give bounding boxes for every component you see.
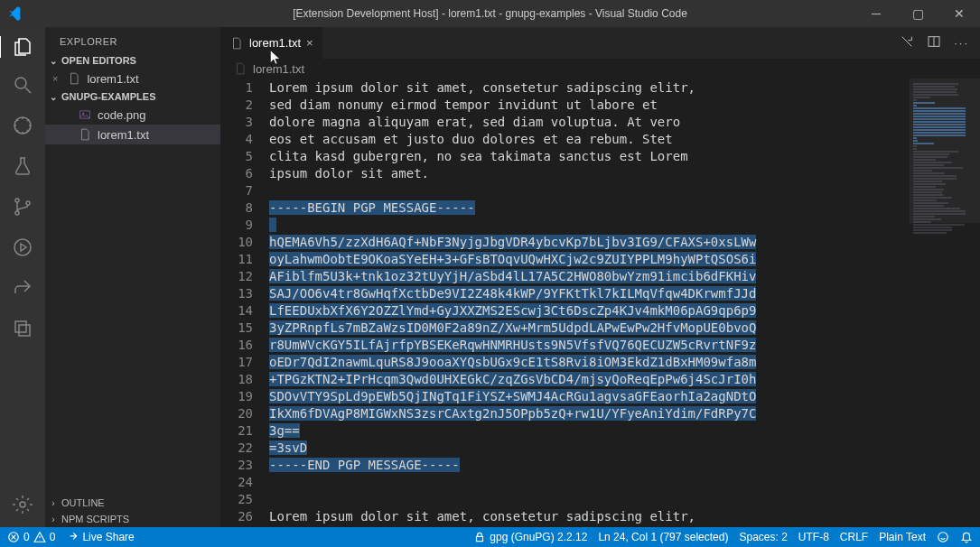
file-txt-icon xyxy=(78,127,92,142)
liveshare-label: Live Share xyxy=(82,531,134,543)
npm-scripts-header[interactable]: › NPM SCRIPTS xyxy=(45,511,220,527)
chevron-right-icon: › xyxy=(49,498,58,508)
title-bar: [Extension Development Host] - lorem1.tx… xyxy=(0,0,980,27)
status-language[interactable]: Plain Text xyxy=(879,531,926,543)
activity-run[interactable] xyxy=(12,236,33,261)
svg-rect-6 xyxy=(15,321,26,332)
branch-icon xyxy=(12,196,33,218)
svg-point-5 xyxy=(14,239,31,255)
activity-scm[interactable] xyxy=(12,196,33,220)
breadcrumb-file: lorem1.txt xyxy=(253,62,304,76)
spaces-label: Spaces: 2 xyxy=(739,531,787,543)
compare-changes-icon[interactable] xyxy=(900,34,914,51)
gpg-label: gpg (GnuPG) 2.2.12 xyxy=(490,531,587,543)
lock-icon xyxy=(473,531,486,543)
eol-label: CRLF xyxy=(840,531,868,543)
activity-explorer[interactable] xyxy=(0,36,44,58)
svg-point-0 xyxy=(15,78,26,88)
workspace-header[interactable]: ⌄ GNUPG-EXAMPLES xyxy=(45,88,220,105)
split-editor-icon[interactable] xyxy=(927,34,941,51)
file-txt-icon xyxy=(229,36,244,51)
activity-bar xyxy=(0,27,45,527)
status-encoding[interactable]: UTF-8 xyxy=(798,531,829,543)
chevron-down-icon: ⌄ xyxy=(49,56,58,66)
file-txt-icon xyxy=(67,71,81,86)
status-notifications[interactable] xyxy=(960,531,973,543)
svg-rect-7 xyxy=(19,325,30,336)
language-label: Plain Text xyxy=(879,531,926,543)
svg-point-2 xyxy=(15,199,19,202)
chevron-down-icon: ⌄ xyxy=(49,92,58,102)
open-editor-filename: lorem1.txt xyxy=(87,72,138,86)
liveshare-icon xyxy=(66,531,79,543)
status-liveshare[interactable]: Live Share xyxy=(66,531,134,543)
svg-point-4 xyxy=(26,201,30,205)
position-label: Ln 24, Col 1 (797 selected) xyxy=(598,531,728,543)
chevron-right-icon: › xyxy=(49,515,58,524)
activity-debug[interactable] xyxy=(12,115,33,139)
smiley-icon xyxy=(937,531,949,543)
error-count: 0 xyxy=(23,531,30,543)
status-position[interactable]: Ln 24, Col 1 (797 selected) xyxy=(598,531,728,543)
sidebar-title: EXPLORER xyxy=(45,27,220,52)
references-icon xyxy=(12,318,33,339)
search-icon xyxy=(12,74,33,96)
code-content[interactable]: Lorem ipsum dolor sit amet, consetetur s… xyxy=(266,79,980,527)
open-editors-header[interactable]: ⌄ OPEN EDITORS xyxy=(45,52,220,69)
npm-label: NPM SCRIPTS xyxy=(61,514,129,524)
vscode-icon xyxy=(9,5,25,22)
outline-label: OUTLINE xyxy=(61,497,105,508)
svg-rect-13 xyxy=(477,536,483,541)
activity-references[interactable] xyxy=(12,318,33,342)
minimap-viewport[interactable] xyxy=(910,79,980,223)
open-editor-item[interactable]: × lorem1.txt xyxy=(45,69,220,88)
status-bar: 0 0 Live Share gpg (GnuPG) 2.2.12 Ln 24,… xyxy=(0,527,980,547)
window-title: [Extension Development Host] - lorem1.tx… xyxy=(293,7,687,20)
file-txt-icon xyxy=(233,61,247,76)
share-icon xyxy=(12,277,33,299)
tab-label: lorem1.txt xyxy=(249,36,301,50)
close-icon[interactable]: × xyxy=(52,73,58,84)
file-item-lorem1-txt[interactable]: lorem1.txt xyxy=(45,125,220,144)
svg-point-14 xyxy=(938,533,948,542)
bell-icon xyxy=(960,531,973,543)
status-indentation[interactable]: Spaces: 2 xyxy=(739,531,787,543)
status-problems[interactable]: 0 0 xyxy=(7,531,55,543)
bug-icon xyxy=(12,115,33,136)
sidebar: EXPLORER ⌄ OPEN EDITORS × lorem1.txt ⌄ G… xyxy=(45,27,220,527)
workspace-label: GNUPG-EXAMPLES xyxy=(61,91,156,102)
editor-group: lorem1.txt × ··· lorem1.txt 123456789101… xyxy=(220,27,980,527)
more-actions-icon[interactable]: ··· xyxy=(954,36,969,50)
status-feedback[interactable] xyxy=(937,531,949,543)
activity-search[interactable] xyxy=(12,74,33,98)
minimap[interactable] xyxy=(910,79,980,527)
activity-test[interactable] xyxy=(12,155,33,180)
tab-lorem1-txt[interactable]: lorem1.txt × xyxy=(220,27,323,59)
editor-body[interactable]: 1234567891011121314151617181920212223242… xyxy=(220,79,980,527)
activity-settings[interactable] xyxy=(12,494,33,518)
window-close[interactable]: ✕ xyxy=(938,0,980,27)
play-circle-icon xyxy=(12,236,33,258)
tab-close-icon[interactable]: × xyxy=(306,36,313,50)
gear-icon xyxy=(12,494,33,515)
svg-point-8 xyxy=(20,502,25,507)
file-name: code.png xyxy=(98,108,146,122)
warning-icon xyxy=(33,531,46,543)
status-gpg[interactable]: gpg (GnuPG) 2.2.12 xyxy=(473,531,587,543)
image-file-icon xyxy=(78,107,92,122)
error-icon xyxy=(7,531,20,543)
file-name: lorem1.txt xyxy=(98,128,149,142)
open-editors-label: OPEN EDITORS xyxy=(61,55,136,66)
files-icon xyxy=(12,36,33,58)
breadcrumb[interactable]: lorem1.txt xyxy=(220,59,980,79)
outline-header[interactable]: › OUTLINE xyxy=(45,495,220,511)
tab-bar: lorem1.txt × ··· xyxy=(220,27,980,59)
window-maximize[interactable]: ▢ xyxy=(897,0,938,27)
activity-share[interactable] xyxy=(12,277,33,301)
window-minimize[interactable]: ─ xyxy=(855,0,897,27)
svg-point-1 xyxy=(14,117,31,134)
line-number-gutter: 1234567891011121314151617181920212223242… xyxy=(220,79,266,527)
svg-point-3 xyxy=(15,211,19,215)
file-item-code-png[interactable]: code.png xyxy=(45,105,220,125)
status-eol[interactable]: CRLF xyxy=(840,531,868,543)
